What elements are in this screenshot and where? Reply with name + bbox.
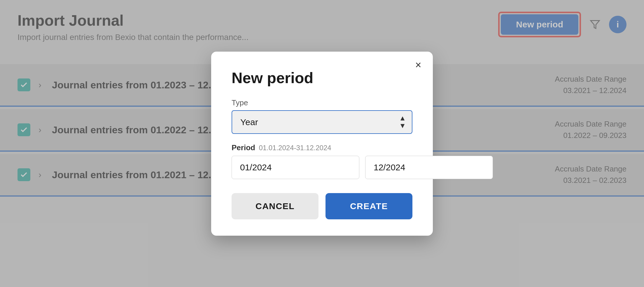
period-label: Period [232,143,255,152]
period-label-row: Period 01.01.2024-31.12.2024 [232,143,412,152]
type-select[interactable]: Year Month Quarter [232,110,412,134]
dialog-actions: CANCEL CREATE [232,193,412,219]
period-to-input[interactable] [365,156,493,179]
type-form-group: Type Year Month Quarter ▲ ▼ [232,98,412,134]
close-button[interactable]: × [412,59,425,71]
new-period-dialog: × New period Type Year Month Quarter ▲ ▼… [211,52,433,236]
type-select-wrapper: Year Month Quarter ▲ ▼ [232,110,412,134]
period-form-group: Period 01.01.2024-31.12.2024 [232,143,412,179]
type-label: Type [232,98,412,107]
period-range-hint: 01.01.2024-31.12.2024 [259,144,331,152]
cancel-button[interactable]: CANCEL [232,193,318,219]
dialog-title: New period [232,69,412,87]
period-inputs [232,156,412,179]
create-button[interactable]: CREATE [326,193,412,219]
modal-overlay: × New period Type Year Month Quarter ▲ ▼… [0,0,644,287]
period-from-input[interactable] [232,156,359,179]
